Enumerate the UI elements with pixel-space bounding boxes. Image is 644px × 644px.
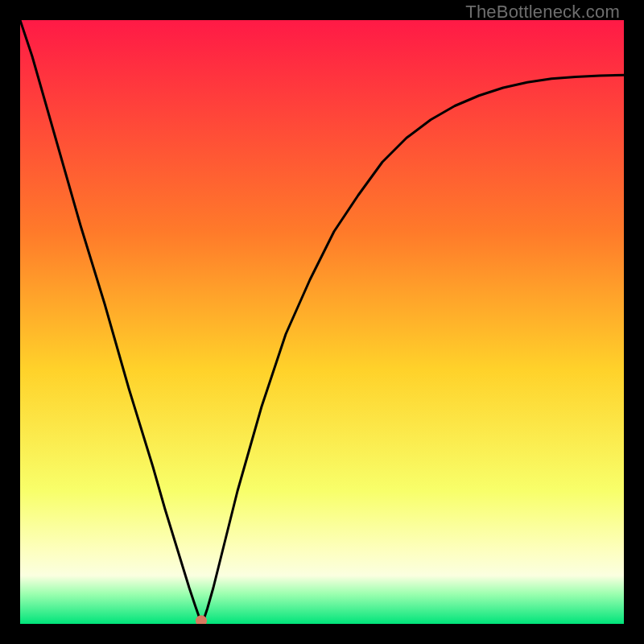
- watermark-text: TheBottleneck.com: [465, 2, 620, 23]
- chart-frame: [20, 20, 624, 624]
- bottleneck-chart: [20, 20, 624, 624]
